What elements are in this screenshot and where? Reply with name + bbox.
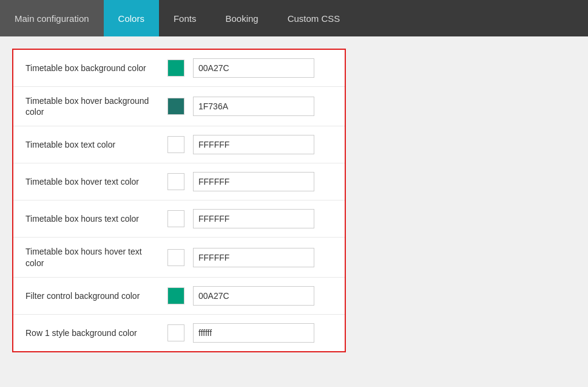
label-box-bg-color: Timetable box background color [25, 63, 159, 74]
swatch-box-hours-text-color[interactable] [167, 210, 184, 227]
swatch-box-hours-hover-text-color[interactable] [167, 249, 184, 266]
form-row-box-hover-text-color: Timetable box hover text color [13, 163, 345, 200]
form-row-box-bg-color: Timetable box background color [13, 50, 345, 87]
form-row-filter-control-bg-color: Filter control background color [13, 278, 345, 315]
label-box-hover-bg-color: Timetable box hover background color [25, 95, 159, 117]
input-filter-control-bg-color[interactable] [193, 286, 314, 306]
swatch-box-text-color[interactable] [167, 136, 184, 153]
label-filter-control-bg-color: Filter control background color [25, 290, 159, 301]
nav-item-colors[interactable]: Colors [104, 0, 159, 36]
input-box-hover-bg-color[interactable] [193, 97, 314, 116]
nav-item-fonts[interactable]: Fonts [159, 0, 211, 36]
form-row-box-hover-bg-color: Timetable box hover background color [13, 87, 345, 126]
label-row1-style-bg-color: Row 1 style background color [25, 327, 159, 338]
colors-form-panel: Timetable box background colorTimetable … [12, 49, 346, 352]
form-row-box-hours-hover-text-color: Timetable box hours hover text color [13, 238, 345, 277]
label-box-hours-hover-text-color: Timetable box hours hover text color [25, 246, 159, 268]
swatch-filter-control-bg-color[interactable] [167, 287, 184, 304]
label-box-text-color: Timetable box text color [25, 139, 159, 150]
input-box-hours-hover-text-color[interactable] [193, 248, 314, 267]
form-row-box-hours-text-color: Timetable box hours text color [13, 200, 345, 238]
form-row-row1-style-bg-color: Row 1 style background color [13, 315, 345, 351]
label-box-hours-text-color: Timetable box hours text color [25, 213, 159, 224]
nav-item-booking[interactable]: Booking [211, 0, 272, 36]
nav-item-custom-css[interactable]: Custom CSS [273, 0, 355, 36]
input-row1-style-bg-color[interactable] [193, 323, 314, 343]
form-row-box-text-color: Timetable box text color [13, 126, 345, 163]
swatch-box-hover-text-color[interactable] [167, 173, 184, 190]
swatch-box-hover-bg-color[interactable] [167, 98, 184, 115]
input-box-hours-text-color[interactable] [193, 209, 314, 228]
nav-item-main-configuration[interactable]: Main configuration [0, 0, 104, 36]
swatch-box-bg-color[interactable] [167, 60, 184, 77]
input-box-text-color[interactable] [193, 135, 314, 154]
input-box-bg-color[interactable] [193, 58, 314, 78]
main-content: Timetable box background colorTimetable … [0, 36, 588, 365]
swatch-row1-style-bg-color[interactable] [167, 324, 184, 341]
navbar: Main configurationColorsFontsBookingCust… [0, 0, 588, 36]
label-box-hover-text-color: Timetable box hover text color [25, 176, 159, 187]
input-box-hover-text-color[interactable] [193, 172, 314, 191]
